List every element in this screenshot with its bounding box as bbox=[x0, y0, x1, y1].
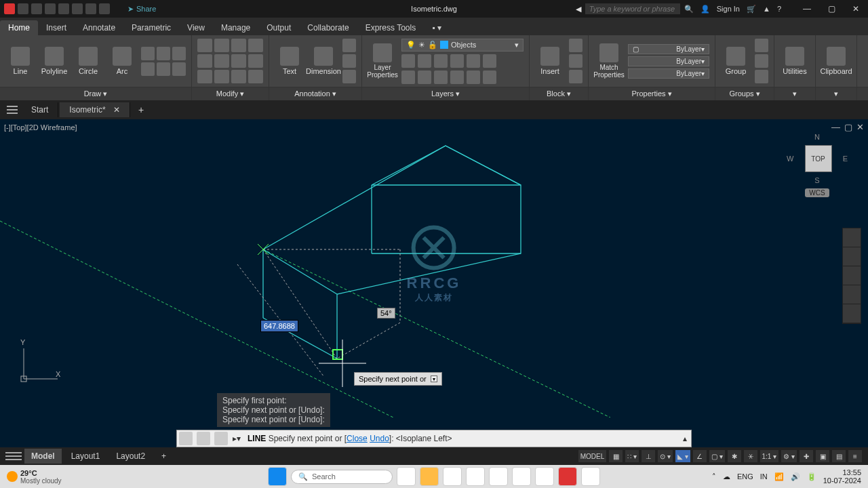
app2-icon[interactable] bbox=[466, 467, 485, 486]
panel-modify-title[interactable]: Modify ▾ bbox=[192, 87, 269, 100]
clipboard-button[interactable]: Clipboard bbox=[821, 47, 851, 75]
cmd-expand-icon[interactable]: ▴ bbox=[679, 434, 691, 443]
autocad-taskbar-icon[interactable] bbox=[558, 467, 577, 486]
tray-clock[interactable]: 13:55 10-07-2024 bbox=[823, 468, 861, 485]
status-workspace-icon[interactable]: ✚ bbox=[799, 449, 814, 463]
status-anno-icon[interactable]: ✱ bbox=[727, 449, 742, 463]
filetab-isometric[interactable]: Isometric* ✕ bbox=[60, 102, 130, 117]
tab-insert[interactable]: Insert bbox=[38, 20, 75, 35]
chevron-left-icon[interactable]: ◀ bbox=[576, 5, 581, 14]
plot-icon[interactable] bbox=[72, 3, 83, 14]
taskbar-weather[interactable]: 29°C Mostly cloudy bbox=[0, 469, 68, 485]
tray-lang[interactable]: ENG bbox=[737, 472, 753, 481]
app3-icon[interactable] bbox=[489, 467, 508, 486]
block-insert-button[interactable]: Insert bbox=[535, 47, 565, 75]
view-button[interactable]: View bbox=[863, 47, 868, 75]
nav-wheel-icon[interactable] bbox=[843, 228, 861, 247]
line-button[interactable]: Line bbox=[5, 47, 35, 75]
linetype-select[interactable]: ByLayer ▾ bbox=[628, 68, 709, 79]
viewport[interactable]: [-][Top][2D Wireframe] — ▢ ✕ bbox=[0, 119, 868, 418]
panel-properties-title[interactable]: Properties ▾ bbox=[589, 87, 715, 100]
tab-manage[interactable]: Manage bbox=[213, 20, 258, 35]
tray-battery-icon[interactable]: 🔋 bbox=[807, 472, 816, 481]
tab-model[interactable]: Model bbox=[24, 449, 62, 464]
status-gear-icon[interactable]: ⚙ ▾ bbox=[781, 449, 797, 463]
app6-icon[interactable] bbox=[581, 467, 600, 486]
cmd-customize-icon[interactable] bbox=[214, 432, 228, 445]
tab-home[interactable]: Home bbox=[0, 20, 38, 35]
command-line[interactable]: ▸▾ LINE Specify next point or [Close Und… bbox=[176, 430, 692, 447]
utilities-button[interactable]: Utilities bbox=[780, 47, 810, 75]
layout-menu-icon[interactable] bbox=[5, 452, 22, 460]
viewcube[interactable]: N W TOP E S WCS bbox=[787, 133, 848, 197]
panel-utilities-title[interactable]: ▾ bbox=[774, 87, 815, 100]
cmd-recent-icon[interactable] bbox=[197, 432, 210, 445]
cart-icon[interactable]: 🛒 bbox=[747, 5, 756, 14]
filetab-start[interactable]: Start bbox=[22, 102, 58, 117]
panel-block-title[interactable]: Block ▾ bbox=[530, 87, 588, 100]
layer-tool-row1[interactable] bbox=[401, 54, 524, 68]
maximize-button[interactable]: ▢ bbox=[819, 0, 844, 18]
tray-volume-icon[interactable]: 🔊 bbox=[791, 472, 800, 481]
share-button[interactable]: ➤ Share bbox=[127, 5, 156, 14]
panel-groups-title[interactable]: Groups ▾ bbox=[715, 87, 774, 100]
new-icon[interactable] bbox=[18, 3, 28, 14]
panel-layers-title[interactable]: Layers ▾ bbox=[362, 87, 529, 100]
status-osnap-icon[interactable]: ▢ ▾ bbox=[709, 449, 726, 463]
tab-layout1[interactable]: Layout1 bbox=[64, 449, 107, 464]
viewcube-e[interactable]: E bbox=[843, 155, 848, 163]
cmd-close-icon[interactable] bbox=[179, 432, 193, 445]
tab-parametric[interactable]: Parametric bbox=[123, 20, 179, 35]
arc-button[interactable]: Arc bbox=[107, 47, 137, 75]
app1-icon[interactable] bbox=[443, 467, 462, 486]
command-prompt[interactable]: LINE Specify next point or [Close Undo]:… bbox=[243, 434, 679, 443]
layer-tool-row2[interactable] bbox=[401, 70, 524, 84]
draw-extra-grid[interactable] bbox=[141, 47, 186, 76]
panel-view-title[interactable]: ▾ bbox=[857, 87, 868, 100]
status-autoscale-icon[interactable]: ⚹ bbox=[743, 449, 758, 463]
dimension-button[interactable]: Dimension bbox=[309, 47, 338, 75]
filetab-close-icon[interactable]: ✕ bbox=[113, 105, 120, 115]
lineweight-select[interactable]: ByLayer ▾ bbox=[628, 56, 709, 66]
app4-icon[interactable] bbox=[512, 467, 531, 486]
viewcube-w[interactable]: W bbox=[787, 155, 793, 163]
help-icon[interactable]: ? bbox=[777, 5, 781, 13]
panel-draw-title[interactable]: Draw ▾ bbox=[0, 87, 191, 100]
filetab-new-button[interactable]: + bbox=[132, 102, 151, 118]
minimize-button[interactable]: — bbox=[795, 0, 819, 18]
tab-expresstools[interactable]: Express Tools bbox=[357, 20, 424, 35]
help-search-input[interactable] bbox=[585, 3, 680, 14]
status-iso-icon[interactable]: ◣ ▾ bbox=[675, 449, 691, 463]
group-button[interactable]: Group bbox=[721, 47, 751, 75]
taskbar-search[interactable]: 🔍 Search bbox=[291, 470, 393, 484]
tray-kbd[interactable]: IN bbox=[760, 472, 768, 481]
tab-annotate[interactable]: Annotate bbox=[75, 20, 123, 35]
status-grid-icon[interactable]: ▦ bbox=[608, 449, 623, 463]
tab-view[interactable]: View bbox=[179, 20, 213, 35]
panel-clipboard-title[interactable]: ▾ bbox=[816, 87, 856, 100]
tab-add-layout[interactable]: + bbox=[155, 449, 173, 464]
redo-icon[interactable] bbox=[99, 3, 110, 14]
nav-pan-icon[interactable] bbox=[843, 247, 861, 266]
undo-icon[interactable] bbox=[85, 3, 96, 14]
cmd-option-close[interactable]: Close bbox=[347, 434, 368, 443]
search-icon[interactable]: 🔍 bbox=[684, 5, 694, 14]
nav-zoom-icon[interactable] bbox=[843, 266, 861, 285]
viewcube-top[interactable]: TOP bbox=[805, 145, 832, 172]
polyline-button[interactable]: Polyline bbox=[39, 47, 69, 75]
user-icon[interactable]: 👤 bbox=[701, 5, 710, 14]
status-snap-icon[interactable]: ∷ ▾ bbox=[625, 449, 639, 463]
status-model-button[interactable]: MODEL bbox=[578, 449, 608, 463]
tab-layout2[interactable]: Layout2 bbox=[109, 449, 152, 464]
status-otrack-icon[interactable]: ∠ bbox=[692, 449, 707, 463]
navigation-bar[interactable] bbox=[842, 228, 861, 324]
dynamic-distance-input[interactable]: 647.8688 bbox=[260, 320, 298, 332]
taskview-icon[interactable] bbox=[397, 467, 416, 486]
tab-output[interactable]: Output bbox=[258, 20, 299, 35]
filetabs-menu-icon[interactable] bbox=[4, 103, 20, 117]
nav-orbit-icon[interactable] bbox=[843, 285, 861, 304]
cmd-option-undo[interactable]: Undo bbox=[370, 434, 389, 443]
close-button[interactable]: ✕ bbox=[844, 0, 868, 18]
app-menu-icon[interactable]: ▲ bbox=[763, 5, 770, 13]
saveas-icon[interactable] bbox=[58, 3, 69, 14]
